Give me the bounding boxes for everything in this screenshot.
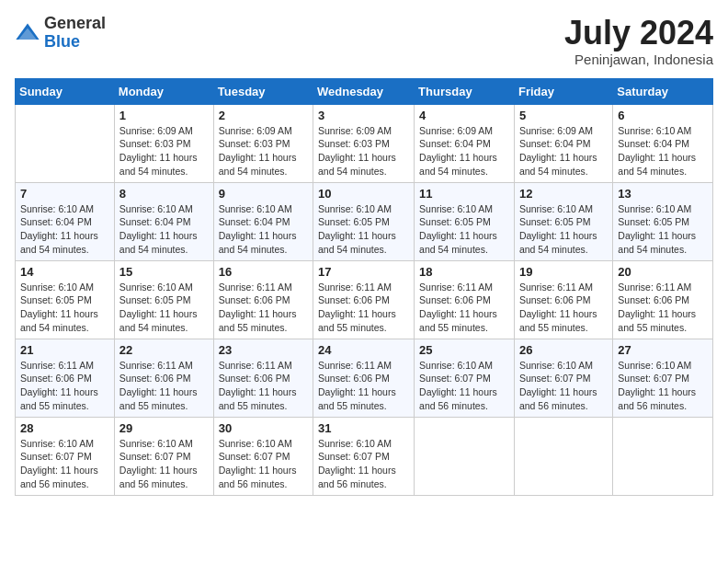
day-info: Sunrise: 6:11 AMSunset: 6:06 PMDaylight:…	[618, 281, 708, 335]
header-cell-sunday: Sunday	[16, 78, 115, 104]
day-number: 7	[20, 187, 109, 201]
day-info: Sunrise: 6:09 AMSunset: 6:03 PMDaylight:…	[119, 124, 209, 178]
calendar-cell: 14Sunrise: 6:10 AMSunset: 6:05 PMDayligh…	[16, 260, 115, 339]
header-cell-thursday: Thursday	[415, 78, 515, 104]
day-info: Sunrise: 6:10 AMSunset: 6:04 PMDaylight:…	[618, 124, 708, 178]
header-cell-tuesday: Tuesday	[213, 78, 313, 104]
day-number: 17	[318, 265, 409, 279]
day-number: 8	[119, 187, 209, 201]
week-row-1: 1Sunrise: 6:09 AMSunset: 6:03 PMDaylight…	[16, 104, 713, 182]
day-info: Sunrise: 6:11 AMSunset: 6:06 PMDaylight:…	[20, 359, 109, 413]
day-number: 4	[419, 109, 509, 122]
calendar-cell: 3Sunrise: 6:09 AMSunset: 6:03 PMDaylight…	[313, 104, 415, 182]
day-number: 13	[618, 187, 708, 201]
day-number: 26	[519, 343, 608, 357]
day-number: 1	[119, 109, 209, 122]
day-info: Sunrise: 6:10 AMSunset: 6:04 PMDaylight:…	[20, 202, 109, 257]
calendar-cell: 2Sunrise: 6:09 AMSunset: 6:03 PMDaylight…	[213, 104, 313, 182]
calendar-cell: 30Sunrise: 6:10 AMSunset: 6:07 PMDayligh…	[213, 417, 313, 495]
calendar-cell: 27Sunrise: 6:10 AMSunset: 6:07 PMDayligh…	[613, 339, 713, 417]
day-info: Sunrise: 6:10 AMSunset: 6:07 PMDaylight:…	[318, 437, 409, 491]
day-info: Sunrise: 6:11 AMSunset: 6:06 PMDaylight:…	[419, 281, 509, 335]
logo-general-text: General	[44, 14, 106, 32]
calendar-cell: 29Sunrise: 6:10 AMSunset: 6:07 PMDayligh…	[114, 417, 213, 495]
day-number: 19	[519, 265, 608, 279]
calendar-cell: 11Sunrise: 6:10 AMSunset: 6:05 PMDayligh…	[415, 182, 515, 260]
week-row-2: 7Sunrise: 6:10 AMSunset: 6:04 PMDaylight…	[16, 182, 713, 260]
day-info: Sunrise: 6:11 AMSunset: 6:06 PMDaylight:…	[318, 359, 409, 413]
location-subtitle: Peninjawan, Indonesia	[564, 52, 713, 67]
day-number: 6	[618, 109, 708, 122]
calendar-cell: 6Sunrise: 6:10 AMSunset: 6:04 PMDaylight…	[613, 104, 713, 182]
day-number: 27	[618, 343, 708, 357]
header-cell-saturday: Saturday	[613, 78, 713, 104]
day-info: Sunrise: 6:10 AMSunset: 6:05 PMDaylight:…	[318, 202, 409, 257]
calendar-cell	[613, 417, 713, 495]
day-number: 14	[20, 265, 109, 279]
day-number: 24	[318, 343, 409, 357]
calendar-cell: 17Sunrise: 6:11 AMSunset: 6:06 PMDayligh…	[313, 260, 415, 339]
day-info: Sunrise: 6:11 AMSunset: 6:06 PMDaylight:…	[119, 359, 209, 413]
calendar-cell: 15Sunrise: 6:10 AMSunset: 6:05 PMDayligh…	[114, 260, 213, 339]
calendar-cell	[514, 417, 612, 495]
day-number: 31	[318, 421, 409, 435]
calendar-cell: 23Sunrise: 6:11 AMSunset: 6:06 PMDayligh…	[213, 339, 313, 417]
header-cell-monday: Monday	[114, 78, 213, 104]
day-number: 20	[618, 265, 708, 279]
logo-blue-text: Blue	[44, 32, 80, 51]
calendar-cell: 31Sunrise: 6:10 AMSunset: 6:07 PMDayligh…	[313, 417, 415, 495]
week-row-4: 21Sunrise: 6:11 AMSunset: 6:06 PMDayligh…	[16, 339, 713, 417]
day-info: Sunrise: 6:09 AMSunset: 6:03 PMDaylight:…	[318, 124, 409, 178]
day-info: Sunrise: 6:10 AMSunset: 6:07 PMDaylight:…	[618, 359, 708, 413]
week-row-5: 28Sunrise: 6:10 AMSunset: 6:07 PMDayligh…	[16, 417, 713, 495]
day-info: Sunrise: 6:10 AMSunset: 6:07 PMDaylight:…	[519, 359, 608, 413]
calendar-cell	[415, 417, 515, 495]
calendar-cell: 20Sunrise: 6:11 AMSunset: 6:06 PMDayligh…	[613, 260, 713, 339]
calendar-cell: 1Sunrise: 6:09 AMSunset: 6:03 PMDaylight…	[114, 104, 213, 182]
day-number: 23	[219, 343, 308, 357]
day-info: Sunrise: 6:10 AMSunset: 6:07 PMDaylight:…	[219, 437, 308, 491]
calendar-cell: 16Sunrise: 6:11 AMSunset: 6:06 PMDayligh…	[213, 260, 313, 339]
day-info: Sunrise: 6:10 AMSunset: 6:05 PMDaylight:…	[119, 281, 209, 335]
calendar-cell: 7Sunrise: 6:10 AMSunset: 6:04 PMDaylight…	[16, 182, 115, 260]
day-info: Sunrise: 6:10 AMSunset: 6:05 PMDaylight:…	[519, 202, 608, 257]
page-header: General Blue July 2024 Peninjawan, Indon…	[15, 15, 713, 67]
day-number: 28	[20, 421, 109, 435]
calendar-cell: 18Sunrise: 6:11 AMSunset: 6:06 PMDayligh…	[415, 260, 515, 339]
day-info: Sunrise: 6:10 AMSunset: 6:04 PMDaylight:…	[119, 202, 209, 257]
calendar-cell: 12Sunrise: 6:10 AMSunset: 6:05 PMDayligh…	[514, 182, 612, 260]
day-number: 22	[119, 343, 209, 357]
day-number: 3	[318, 109, 409, 122]
calendar-cell: 28Sunrise: 6:10 AMSunset: 6:07 PMDayligh…	[16, 417, 115, 495]
calendar-cell: 9Sunrise: 6:10 AMSunset: 6:04 PMDaylight…	[213, 182, 313, 260]
day-info: Sunrise: 6:10 AMSunset: 6:07 PMDaylight:…	[419, 359, 509, 413]
day-info: Sunrise: 6:10 AMSunset: 6:04 PMDaylight:…	[219, 202, 308, 257]
calendar-cell: 5Sunrise: 6:09 AMSunset: 6:04 PMDaylight…	[514, 104, 612, 182]
day-info: Sunrise: 6:09 AMSunset: 6:03 PMDaylight:…	[219, 124, 308, 178]
calendar-cell: 21Sunrise: 6:11 AMSunset: 6:06 PMDayligh…	[16, 339, 115, 417]
day-info: Sunrise: 6:10 AMSunset: 6:07 PMDaylight:…	[119, 437, 209, 491]
calendar-cell: 8Sunrise: 6:10 AMSunset: 6:04 PMDaylight…	[114, 182, 213, 260]
day-info: Sunrise: 6:11 AMSunset: 6:06 PMDaylight:…	[219, 359, 308, 413]
day-number: 11	[419, 187, 509, 201]
day-number: 30	[219, 421, 308, 435]
calendar-cell	[16, 104, 115, 182]
header-cell-friday: Friday	[514, 78, 612, 104]
calendar-table: SundayMondayTuesdayWednesdayThursdayFrid…	[15, 78, 713, 496]
day-info: Sunrise: 6:11 AMSunset: 6:06 PMDaylight:…	[219, 281, 308, 335]
calendar-cell: 24Sunrise: 6:11 AMSunset: 6:06 PMDayligh…	[313, 339, 415, 417]
calendar-cell: 22Sunrise: 6:11 AMSunset: 6:06 PMDayligh…	[114, 339, 213, 417]
logo: General Blue	[15, 15, 106, 52]
day-info: Sunrise: 6:11 AMSunset: 6:06 PMDaylight:…	[318, 281, 409, 335]
day-info: Sunrise: 6:10 AMSunset: 6:05 PMDaylight:…	[618, 202, 708, 257]
title-block: July 2024 Peninjawan, Indonesia	[564, 15, 713, 67]
logo-icon	[15, 20, 40, 46]
day-number: 2	[219, 109, 308, 122]
day-info: Sunrise: 6:09 AMSunset: 6:04 PMDaylight:…	[519, 124, 608, 178]
day-info: Sunrise: 6:11 AMSunset: 6:06 PMDaylight:…	[519, 281, 608, 335]
calendar-cell: 4Sunrise: 6:09 AMSunset: 6:04 PMDaylight…	[415, 104, 515, 182]
day-number: 21	[20, 343, 109, 357]
day-info: Sunrise: 6:10 AMSunset: 6:05 PMDaylight:…	[20, 281, 109, 335]
day-number: 16	[219, 265, 308, 279]
day-number: 12	[519, 187, 608, 201]
